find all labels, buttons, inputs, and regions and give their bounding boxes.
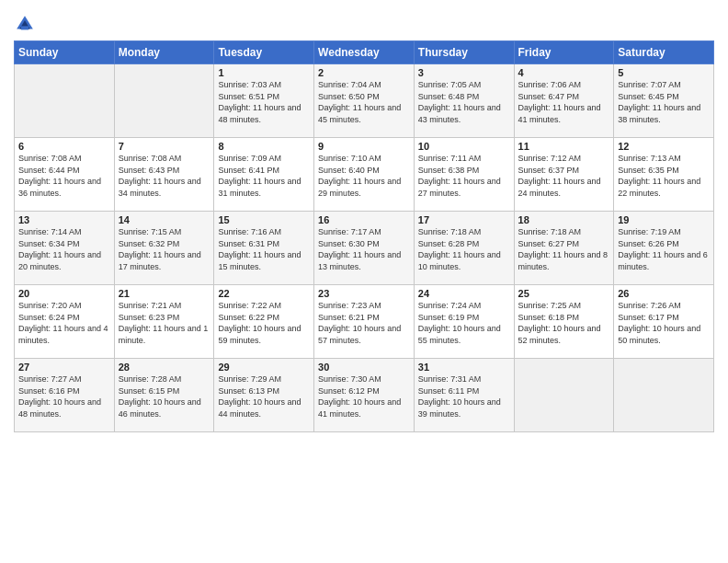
calendar-cell: 23Sunrise: 7:23 AMSunset: 6:21 PMDayligh…: [314, 285, 415, 359]
day-info: Sunrise: 7:17 AMSunset: 6:30 PMDaylight:…: [318, 226, 410, 272]
weekday-header-saturday: Saturday: [614, 41, 714, 64]
day-number: 8: [218, 141, 310, 152]
day-info: Sunrise: 7:15 AMSunset: 6:32 PMDaylight:…: [119, 226, 210, 272]
day-number: 16: [318, 214, 410, 225]
day-number: 11: [518, 141, 610, 152]
day-info: Sunrise: 7:04 AMSunset: 6:50 PMDaylight:…: [318, 79, 410, 125]
weekday-header-sunday: Sunday: [15, 41, 115, 64]
calendar-cell: [15, 64, 115, 138]
calendar-cell: 20Sunrise: 7:20 AMSunset: 6:24 PMDayligh…: [15, 285, 115, 359]
calendar-cell: 13Sunrise: 7:14 AMSunset: 6:34 PMDayligh…: [15, 212, 115, 285]
calendar-cell: 22Sunrise: 7:22 AMSunset: 6:22 PMDayligh…: [214, 285, 314, 359]
calendar-cell: 29Sunrise: 7:29 AMSunset: 6:13 PMDayligh…: [214, 359, 314, 432]
day-number: 26: [618, 288, 710, 299]
calendar-cell: 16Sunrise: 7:17 AMSunset: 6:30 PMDayligh…: [314, 212, 415, 285]
day-number: 10: [418, 141, 510, 152]
day-info: Sunrise: 7:21 AMSunset: 6:23 PMDaylight:…: [119, 300, 210, 346]
calendar-cell: [614, 359, 714, 432]
calendar-cell: 31Sunrise: 7:31 AMSunset: 6:11 PMDayligh…: [414, 359, 514, 432]
day-number: 4: [518, 67, 610, 78]
weekday-header-wednesday: Wednesday: [314, 41, 415, 64]
day-info: Sunrise: 7:26 AMSunset: 6:17 PMDaylight:…: [618, 300, 710, 346]
calendar-cell: 27Sunrise: 7:27 AMSunset: 6:16 PMDayligh…: [15, 359, 115, 432]
calendar-week-3: 13Sunrise: 7:14 AMSunset: 6:34 PMDayligh…: [15, 212, 714, 285]
day-info: Sunrise: 7:25 AMSunset: 6:18 PMDaylight:…: [518, 300, 610, 346]
calendar-cell: 4Sunrise: 7:06 AMSunset: 6:47 PMDaylight…: [514, 64, 614, 138]
day-number: 18: [518, 214, 610, 225]
day-number: 6: [18, 141, 110, 152]
calendar-week-4: 20Sunrise: 7:20 AMSunset: 6:24 PMDayligh…: [15, 285, 714, 359]
day-info: Sunrise: 7:09 AMSunset: 6:41 PMDaylight:…: [218, 153, 310, 199]
calendar-cell: 1Sunrise: 7:03 AMSunset: 6:51 PMDaylight…: [214, 64, 314, 138]
calendar-cell: 19Sunrise: 7:19 AMSunset: 6:26 PMDayligh…: [614, 212, 714, 285]
calendar-cell: 14Sunrise: 7:15 AMSunset: 6:32 PMDayligh…: [114, 212, 214, 285]
day-info: Sunrise: 7:08 AMSunset: 6:43 PMDaylight:…: [119, 153, 210, 199]
calendar-cell: 3Sunrise: 7:05 AMSunset: 6:48 PMDaylight…: [414, 64, 514, 138]
day-number: 31: [418, 362, 510, 373]
day-info: Sunrise: 7:23 AMSunset: 6:21 PMDaylight:…: [318, 300, 410, 346]
day-info: Sunrise: 7:22 AMSunset: 6:22 PMDaylight:…: [218, 300, 310, 346]
calendar-week-5: 27Sunrise: 7:27 AMSunset: 6:16 PMDayligh…: [15, 359, 714, 432]
day-number: 5: [618, 67, 710, 78]
calendar-cell: 2Sunrise: 7:04 AMSunset: 6:50 PMDaylight…: [314, 64, 415, 138]
day-number: 14: [119, 214, 210, 225]
day-number: 22: [218, 288, 310, 299]
svg-rect-2: [21, 26, 28, 29]
day-number: 25: [518, 288, 610, 299]
day-number: 27: [18, 362, 110, 373]
day-number: 15: [218, 214, 310, 225]
day-info: Sunrise: 7:18 AMSunset: 6:28 PMDaylight:…: [418, 226, 510, 272]
header: [14, 9, 714, 35]
calendar-cell: 18Sunrise: 7:18 AMSunset: 6:27 PMDayligh…: [514, 212, 614, 285]
day-info: Sunrise: 7:19 AMSunset: 6:26 PMDaylight:…: [618, 226, 710, 272]
calendar-cell: 24Sunrise: 7:24 AMSunset: 6:19 PMDayligh…: [414, 285, 514, 359]
day-info: Sunrise: 7:06 AMSunset: 6:47 PMDaylight:…: [518, 79, 610, 125]
day-number: 13: [18, 214, 110, 225]
calendar-cell: 30Sunrise: 7:30 AMSunset: 6:12 PMDayligh…: [314, 359, 415, 432]
day-info: Sunrise: 7:13 AMSunset: 6:35 PMDaylight:…: [618, 153, 710, 199]
day-number: 23: [318, 288, 410, 299]
day-number: 2: [318, 67, 410, 78]
day-info: Sunrise: 7:27 AMSunset: 6:16 PMDaylight:…: [18, 373, 110, 419]
day-info: Sunrise: 7:11 AMSunset: 6:38 PMDaylight:…: [418, 153, 510, 199]
day-number: 24: [418, 288, 510, 299]
day-number: 12: [618, 141, 710, 152]
day-info: Sunrise: 7:05 AMSunset: 6:48 PMDaylight:…: [418, 79, 510, 125]
day-number: 21: [119, 288, 210, 299]
calendar-cell: 21Sunrise: 7:21 AMSunset: 6:23 PMDayligh…: [114, 285, 214, 359]
day-info: Sunrise: 7:10 AMSunset: 6:40 PMDaylight:…: [318, 153, 410, 199]
day-info: Sunrise: 7:12 AMSunset: 6:37 PMDaylight:…: [518, 153, 610, 199]
calendar-week-1: 1Sunrise: 7:03 AMSunset: 6:51 PMDaylight…: [15, 64, 714, 138]
weekday-header-thursday: Thursday: [414, 41, 514, 64]
calendar-cell: 5Sunrise: 7:07 AMSunset: 6:45 PMDaylight…: [614, 64, 714, 138]
day-number: 9: [318, 141, 410, 152]
weekday-header-monday: Monday: [114, 41, 214, 64]
calendar-cell: 12Sunrise: 7:13 AMSunset: 6:35 PMDayligh…: [614, 138, 714, 212]
day-info: Sunrise: 7:18 AMSunset: 6:27 PMDaylight:…: [518, 226, 610, 272]
calendar-page: SundayMondayTuesdayWednesdayThursdayFrid…: [0, 0, 728, 563]
day-info: Sunrise: 7:08 AMSunset: 6:44 PMDaylight:…: [18, 153, 110, 199]
day-info: Sunrise: 7:20 AMSunset: 6:24 PMDaylight:…: [18, 300, 110, 346]
day-number: 7: [119, 141, 210, 152]
calendar-cell: 15Sunrise: 7:16 AMSunset: 6:31 PMDayligh…: [214, 212, 314, 285]
day-info: Sunrise: 7:31 AMSunset: 6:11 PMDaylight:…: [418, 373, 510, 419]
day-number: 17: [418, 214, 510, 225]
calendar-cell: 17Sunrise: 7:18 AMSunset: 6:28 PMDayligh…: [414, 212, 514, 285]
day-info: Sunrise: 7:24 AMSunset: 6:19 PMDaylight:…: [418, 300, 510, 346]
day-info: Sunrise: 7:07 AMSunset: 6:45 PMDaylight:…: [618, 79, 710, 125]
day-number: 30: [318, 362, 410, 373]
weekday-header-friday: Friday: [514, 41, 614, 64]
calendar-cell: 25Sunrise: 7:25 AMSunset: 6:18 PMDayligh…: [514, 285, 614, 359]
day-number: 29: [218, 362, 310, 373]
logo: [14, 13, 38, 35]
calendar-cell: 7Sunrise: 7:08 AMSunset: 6:43 PMDaylight…: [114, 138, 214, 212]
calendar-cell: 10Sunrise: 7:11 AMSunset: 6:38 PMDayligh…: [414, 138, 514, 212]
calendar-cell: [114, 64, 214, 138]
calendar-week-2: 6Sunrise: 7:08 AMSunset: 6:44 PMDaylight…: [15, 138, 714, 212]
weekday-header-row: SundayMondayTuesdayWednesdayThursdayFrid…: [15, 41, 714, 64]
day-info: Sunrise: 7:03 AMSunset: 6:51 PMDaylight:…: [218, 79, 310, 125]
calendar-cell: 9Sunrise: 7:10 AMSunset: 6:40 PMDaylight…: [314, 138, 415, 212]
calendar-table: SundayMondayTuesdayWednesdayThursdayFrid…: [14, 40, 714, 432]
calendar-cell: [514, 359, 614, 432]
day-number: 1: [218, 67, 310, 78]
